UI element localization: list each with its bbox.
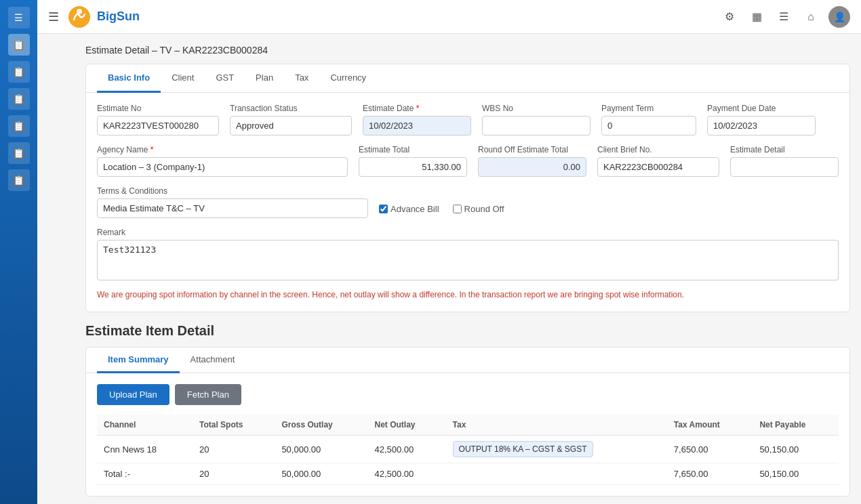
sidebar-doc-icon-3[interactable]: 📋 bbox=[8, 88, 30, 110]
app-name: BigSun bbox=[97, 9, 140, 24]
warning-text: We are grouping spot information by chan… bbox=[97, 289, 839, 301]
tab-gst[interactable]: GST bbox=[205, 64, 245, 93]
estimate-total-label: Estimate Total bbox=[359, 145, 467, 154]
col-tax-amount: Tax Amount bbox=[667, 415, 753, 436]
cell-net-outlay: 42,500.00 bbox=[368, 436, 446, 463]
cell-gross-outlay: 50,000.00 bbox=[275, 436, 367, 463]
remark-group: Remark Test321123 bbox=[97, 228, 839, 280]
agency-name-label: Agency Name * bbox=[97, 145, 348, 154]
sidebar-doc-icon-6[interactable]: 📋 bbox=[8, 169, 30, 191]
estimate-total-input[interactable] bbox=[359, 157, 467, 177]
payment-term-input[interactable] bbox=[601, 116, 696, 135]
round-off-label: Round Off bbox=[464, 204, 504, 214]
col-tax: Tax bbox=[446, 415, 667, 436]
payment-term-label: Payment Term bbox=[601, 104, 696, 113]
upload-plan-button[interactable]: Upload Plan bbox=[97, 384, 169, 405]
estimate-no-input[interactable] bbox=[97, 116, 219, 135]
wbs-no-label: WBS No bbox=[482, 104, 590, 113]
transaction-status-group: Transaction Status bbox=[230, 104, 352, 135]
sub-tabs: Item Summary Attachment bbox=[86, 348, 849, 373]
form-row-1: Estimate No Transaction Status Estimate … bbox=[97, 104, 839, 135]
advance-bill-label: Advance Bill bbox=[391, 204, 439, 214]
cell-tax-amount: 7,650.00 bbox=[667, 436, 753, 463]
advance-bill-checkbox[interactable] bbox=[379, 205, 388, 213]
tab-basic-info[interactable]: Basic Info bbox=[97, 64, 161, 93]
terms-conditions-label: Terms & Conditions bbox=[97, 186, 368, 196]
tab-client[interactable]: Client bbox=[161, 64, 205, 93]
sidebar-doc-icon-1[interactable]: 📋 bbox=[8, 34, 30, 56]
payment-due-date-label: Payment Due Date bbox=[707, 104, 816, 113]
estimate-item-title: Estimate Item Detail bbox=[85, 323, 850, 339]
client-brief-no-input[interactable] bbox=[597, 157, 719, 177]
fetch-plan-button[interactable]: Fetch Plan bbox=[175, 384, 241, 405]
topbar-actions: ⚙ ▦ ☰ ⌂ 👤 bbox=[720, 6, 850, 28]
action-buttons: Upload Plan Fetch Plan bbox=[97, 384, 839, 405]
col-total-spots: Total Spots bbox=[193, 415, 275, 436]
estimate-detail-label: Estimate Detail bbox=[730, 145, 839, 154]
estimate-detail-input[interactable] bbox=[730, 157, 839, 177]
form-body: Estimate No Transaction Status Estimate … bbox=[86, 93, 849, 312]
terms-conditions-input[interactable] bbox=[97, 198, 368, 218]
wbs-no-input[interactable] bbox=[482, 116, 590, 135]
terms-conditions-group: Terms & Conditions bbox=[97, 186, 368, 218]
wbs-no-group: WBS No bbox=[482, 104, 590, 135]
sidebar-menu-icon[interactable]: ☰ bbox=[8, 7, 30, 28]
estimate-date-input[interactable] bbox=[363, 116, 471, 135]
total-net-outlay: 42,500.00 bbox=[368, 463, 446, 485]
main-tabs: Basic Info Client GST Plan Tax Currency bbox=[86, 64, 849, 93]
tab-currency[interactable]: Currency bbox=[319, 64, 377, 93]
client-brief-no-label: Client Brief No. bbox=[597, 145, 719, 154]
transaction-status-input[interactable] bbox=[230, 116, 352, 135]
sub-tab-item-summary[interactable]: Item Summary bbox=[97, 348, 180, 373]
estimate-no-label: Estimate No bbox=[97, 104, 219, 113]
round-off-group: Round Off bbox=[453, 204, 504, 214]
agency-name-group: Agency Name * bbox=[97, 145, 348, 177]
tax-badge: OUTPUT 18% KA – CGST & SGST bbox=[453, 441, 593, 457]
user-avatar[interactable]: 👤 bbox=[828, 6, 850, 28]
doc-icon[interactable]: ▦ bbox=[747, 7, 766, 26]
gear-icon[interactable]: ⚙ bbox=[720, 7, 739, 26]
advance-bill-group: Advance Bill bbox=[379, 204, 439, 214]
home-icon[interactable]: ⌂ bbox=[801, 7, 820, 26]
round-off-total-input[interactable] bbox=[478, 157, 586, 177]
sidebar-doc-icon-4[interactable]: 📋 bbox=[8, 115, 30, 137]
client-brief-no-group: Client Brief No. bbox=[597, 145, 719, 177]
sub-tab-attachment[interactable]: Attachment bbox=[180, 348, 246, 373]
payment-due-date-group: Payment Due Date bbox=[707, 104, 816, 135]
list-icon[interactable]: ☰ bbox=[774, 7, 793, 26]
agency-name-input[interactable] bbox=[97, 157, 348, 177]
tab-tax[interactable]: Tax bbox=[284, 64, 319, 93]
remark-textarea[interactable]: Test321123 bbox=[97, 240, 839, 280]
cell-total-spots: 20 bbox=[193, 436, 275, 463]
remark-label: Remark bbox=[97, 228, 839, 237]
estimate-total-group: Estimate Total bbox=[359, 145, 467, 177]
estimate-item-card: Item Summary Attachment Upload Plan Fetc… bbox=[85, 347, 850, 497]
total-label: Total :- bbox=[97, 463, 193, 485]
sidebar-doc-icon-2[interactable]: 📋 bbox=[8, 61, 30, 83]
logo-svg bbox=[67, 5, 92, 29]
col-net-outlay: Net Outlay bbox=[368, 415, 446, 436]
col-gross-outlay: Gross Outlay bbox=[275, 415, 367, 436]
payment-due-date-input[interactable] bbox=[707, 116, 816, 135]
estimate-date-group: Estimate Date * bbox=[363, 104, 471, 135]
sidebar-doc-icon-5[interactable]: 📋 bbox=[8, 142, 30, 164]
total-spots: 20 bbox=[193, 463, 275, 485]
form-row-3: Terms & Conditions Advance Bill Round Of… bbox=[97, 186, 839, 218]
col-channel: Channel bbox=[97, 415, 193, 436]
col-net-payable: Net Payable bbox=[753, 415, 839, 436]
form-row-2: Agency Name * Estimate Total Round Off E… bbox=[97, 145, 839, 177]
cell-net-payable: 50,150.00 bbox=[753, 436, 839, 463]
estimate-date-label: Estimate Date * bbox=[363, 104, 471, 113]
round-off-total-group: Round Off Estimate Total bbox=[478, 145, 586, 177]
estimate-no-group: Estimate No bbox=[97, 104, 219, 135]
breadcrumb: Estimate Detail – TV – KAR2223CB000284 bbox=[85, 45, 850, 56]
cell-tax: OUTPUT 18% KA – CGST & SGST bbox=[446, 436, 667, 463]
round-off-checkbox[interactable] bbox=[453, 205, 462, 213]
hamburger-icon[interactable]: ☰ bbox=[48, 9, 59, 24]
item-summary-table: Channel Total Spots Gross Outlay Net Out… bbox=[97, 415, 839, 485]
topbar: ☰ BigSun ⚙ ▦ ☰ ⌂ 👤 bbox=[37, 0, 861, 34]
sidebar: ☰ 📋 📋 📋 📋 📋 📋 bbox=[0, 0, 37, 504]
table-container: Upload Plan Fetch Plan Channel Total Spo… bbox=[86, 373, 849, 496]
total-tax bbox=[446, 463, 667, 485]
tab-plan[interactable]: Plan bbox=[245, 64, 284, 93]
